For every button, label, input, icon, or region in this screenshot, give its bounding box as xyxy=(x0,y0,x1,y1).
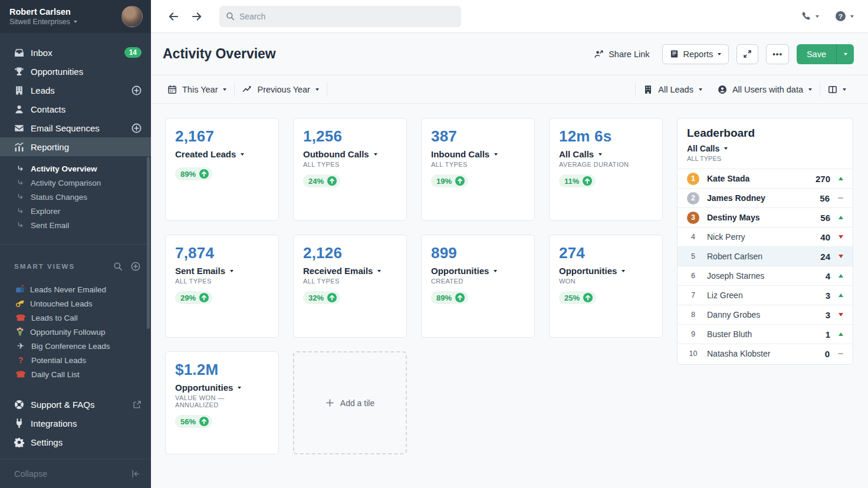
smart-view-label: Potential Leads xyxy=(31,356,86,365)
subitem-label: Activity Comparison xyxy=(31,179,101,187)
sidebar-item-support[interactable]: Support & FAQs xyxy=(0,395,151,414)
sidebar-subitem-activity-comparison[interactable]: Activity Comparison xyxy=(0,176,151,190)
add-tile-button[interactable]: Add a tile xyxy=(293,351,407,454)
add-smart-view-icon[interactable] xyxy=(131,262,140,271)
smart-view-leads-to-call[interactable]: ☎ Leads to Call xyxy=(0,311,151,325)
leaderboard-row[interactable]: 10 Natasha Klobster 0 xyxy=(678,344,853,363)
collapse-label: Collapse xyxy=(14,469,47,479)
search-box[interactable] xyxy=(219,6,461,27)
smart-view-opportunity-followup[interactable]: Opportunity Followup xyxy=(0,325,151,339)
chevron-down-icon xyxy=(223,88,226,91)
metric-selector[interactable]: Outbound Calls xyxy=(303,149,397,159)
leaderboard-row[interactable]: 8 Danny Grobes 3 xyxy=(678,305,853,324)
leaderboard-row[interactable]: 9 Buster Bluth 1 xyxy=(678,324,853,344)
metric-selector[interactable]: Opportunities xyxy=(175,383,269,393)
account-switcher[interactable]: Robert Carlsen Sitwell Enterprises xyxy=(0,0,151,33)
back-icon[interactable] xyxy=(167,11,179,22)
sidebar-item-reporting[interactable]: Reporting xyxy=(0,137,151,156)
share-link-button[interactable]: Share Link xyxy=(594,50,649,59)
plus-icon xyxy=(326,398,334,407)
metric-selector[interactable]: Inbound Calls xyxy=(431,149,525,159)
chevron-down-icon xyxy=(74,21,77,23)
smart-view-untouched-leads[interactable]: Untouched Leads xyxy=(0,296,151,311)
sidebar-item-settings[interactable]: Settings xyxy=(0,433,151,451)
save-button[interactable]: Save xyxy=(797,44,836,64)
leaderboard-name: Kate Stada xyxy=(707,174,808,183)
metric-selector[interactable]: Created Leads xyxy=(175,149,269,159)
inbox-icon xyxy=(14,48,24,58)
sidebar-subitem-activity-overview[interactable]: Activity Overview xyxy=(0,161,151,176)
fullscreen-button[interactable] xyxy=(737,44,758,64)
delta-badge: 32% xyxy=(303,291,340,304)
sidebar-item-contacts[interactable]: Contacts xyxy=(0,100,151,118)
leads-filter[interactable]: All Leads xyxy=(636,85,710,94)
top-bar: ? xyxy=(151,0,868,33)
delta-badge: 56% xyxy=(175,415,212,428)
delta-badge: 24% xyxy=(303,174,340,187)
save-dropdown-button[interactable] xyxy=(836,44,854,64)
sidebar-item-opportunities[interactable]: Opportunities xyxy=(0,62,151,81)
chevron-down-icon xyxy=(315,88,319,91)
leaderboard-name: Natasha Klobster xyxy=(707,349,817,358)
org-name[interactable]: Sitwell Enterprises xyxy=(9,18,121,26)
delta-badge: 25% xyxy=(559,291,596,304)
up-arrow-icon xyxy=(199,293,209,302)
sidebar-subitem-status-changes[interactable]: Status Changes xyxy=(0,190,151,204)
date-range-filter[interactable]: This Year xyxy=(163,85,234,94)
filter-label: Previous Year xyxy=(257,85,310,94)
metric-selector[interactable]: All Calls xyxy=(559,149,653,159)
sidebar-item-email-sequences[interactable]: Email Sequences xyxy=(0,118,151,137)
metric-selector[interactable]: Sent Emails xyxy=(175,266,269,276)
add-lead-icon[interactable] xyxy=(131,85,142,95)
main-area: ? Activity Overview Share Link Reports •… xyxy=(151,0,868,488)
leaderboard-value: 56 xyxy=(820,213,830,223)
trend-down-icon xyxy=(839,255,843,258)
phone-menu[interactable] xyxy=(801,11,819,21)
leaderboard-row[interactable]: 2 James Rodney 56 xyxy=(678,188,853,207)
leaderboard-name: Danny Grobes xyxy=(707,310,818,319)
search-input[interactable] xyxy=(239,12,455,21)
smart-view-big-conference-leads[interactable]: ✈ Big Conference Leads xyxy=(0,339,151,353)
search-icon[interactable] xyxy=(113,262,123,271)
leaderboard-name: Liz Green xyxy=(707,291,818,300)
sidebar-item-leads[interactable]: Leads xyxy=(0,81,151,100)
metric-selector[interactable]: Received Emails xyxy=(303,266,397,276)
sidebar-item-inbox[interactable]: Inbox 14 xyxy=(0,43,151,62)
smart-view-daily-call-list[interactable]: ☎ Daily Call List xyxy=(0,367,151,381)
share-link-label: Share Link xyxy=(609,50,649,59)
sidebar-subitem-sent-email[interactable]: Sent Email xyxy=(0,218,151,232)
more-actions-button[interactable]: ••• xyxy=(766,44,789,64)
reports-button[interactable]: Reports xyxy=(662,44,729,64)
sidebar-scrollbar[interactable] xyxy=(147,157,150,329)
leaderboard-row[interactable]: 6 Joseph Starnes 4 xyxy=(678,266,853,285)
leaderboard-row[interactable]: 4 Nick Perry 40 xyxy=(678,227,853,246)
leaderboard-row-current-user[interactable]: 5 Robert Carlsen 24 xyxy=(678,246,853,266)
trend-up-icon xyxy=(839,294,843,297)
leaderboard-metric-selector[interactable]: All Calls xyxy=(687,144,843,153)
help-menu[interactable]: ? xyxy=(836,11,854,21)
collapse-sidebar-button[interactable]: Collapse xyxy=(0,459,151,488)
avatar[interactable] xyxy=(121,6,143,27)
bottom-item-label: Integrations xyxy=(31,418,77,428)
leaderboard-row[interactable]: 7 Liz Green 3 xyxy=(678,285,853,305)
rank-number: 8 xyxy=(687,309,699,321)
metric-subtitle: CREATED xyxy=(431,278,525,285)
metric-selector[interactable]: Opportunities xyxy=(431,266,525,276)
sidebar-item-integrations[interactable]: Integrations xyxy=(0,414,151,433)
leaderboard-row[interactable]: 3 Destiny Mays 56 xyxy=(678,207,853,227)
layout-columns-button[interactable] xyxy=(820,85,854,94)
dashboard-content: 2,167 Created Leads 89% 1,256 Outbound C… xyxy=(151,104,868,488)
smart-view-potential-leads[interactable]: ? Potential Leads xyxy=(0,353,151,367)
add-sequence-icon[interactable] xyxy=(131,123,142,133)
metric-selector[interactable]: Opportunities xyxy=(559,266,653,276)
sidebar-subitem-explorer[interactable]: Explorer xyxy=(0,204,151,218)
up-arrow-icon xyxy=(327,176,337,186)
leaderboard-row[interactable]: 1 Kate Stada 270 xyxy=(678,169,853,188)
comparison-filter[interactable]: Previous Year xyxy=(235,85,326,94)
smart-view-leads-never-emailed[interactable]: Leads Never Emailed xyxy=(0,282,151,296)
up-arrow-icon xyxy=(455,293,465,302)
users-filter[interactable]: All Users with data xyxy=(710,85,820,94)
forward-icon[interactable] xyxy=(191,11,203,22)
reports-icon xyxy=(670,50,679,58)
leaderboard-name: Destiny Mays xyxy=(707,213,813,222)
